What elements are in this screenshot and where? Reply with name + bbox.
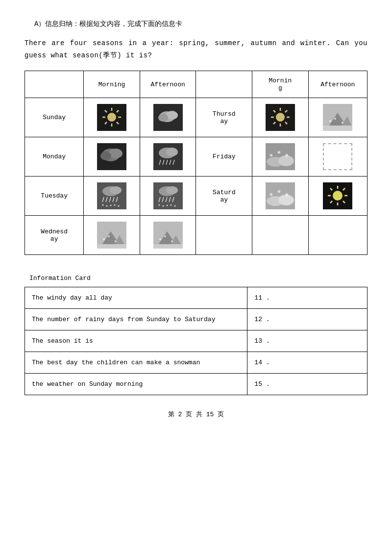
day-saturday: Saturday (196, 177, 252, 216)
intro-text: There are four seasons in a year: spring… (24, 37, 368, 62)
svg-rect-27 (323, 126, 352, 131)
svg-point-102 (159, 238, 161, 240)
svg-point-70 (158, 204, 160, 206)
svg-point-73 (170, 204, 172, 206)
svg-point-34 (100, 151, 111, 160)
info-row-1: The windy day all day 11 . (25, 287, 368, 309)
page-footer: 第 2 页 共 15 页 (24, 410, 368, 419)
info-question-3: The season it is (25, 330, 247, 352)
day-wednesday: Wednesday (25, 216, 84, 255)
svg-point-51 (110, 186, 122, 194)
icon-friday-afternoon (308, 137, 367, 177)
svg-point-28 (329, 120, 331, 122)
icon-friday-morning: ❄ ❄ ❄ (252, 137, 309, 177)
weather-table: Morning Afternoon Morning Afternoon Sund… (24, 71, 368, 255)
day-tuesday: Tuesday (25, 177, 84, 216)
icon-wednesday-afternoon (140, 216, 196, 255)
info-row-2: The number of rainy days from Sunday to … (25, 309, 368, 330)
svg-point-74 (174, 205, 175, 207)
info-row-4: The best day the children can make a sno… (25, 352, 368, 374)
svg-text:❄: ❄ (285, 192, 289, 198)
svg-point-96 (108, 235, 110, 237)
svg-text:❄: ❄ (285, 153, 289, 158)
header-empty (25, 71, 84, 98)
svg-point-61 (118, 205, 120, 207)
info-number-4: 14 . (247, 352, 368, 374)
icon-tuesday-afternoon (140, 177, 196, 216)
info-question-1: The windy day all day (25, 287, 247, 309)
svg-point-57 (102, 204, 104, 206)
header-empty2 (196, 71, 252, 98)
icon-saturday-morning: ❄ ❄ ❄ (252, 177, 309, 216)
svg-text:❄: ❄ (277, 189, 281, 195)
icon-monday-afternoon (140, 137, 196, 177)
svg-text:❄: ❄ (277, 150, 281, 155)
icon-thursday-afternoon (308, 98, 367, 137)
svg-point-1 (107, 113, 116, 122)
header-afternoon2: Afternoon (308, 71, 367, 98)
icon-wednesday-morning (84, 216, 140, 255)
icon-sunday-afternoon (140, 98, 196, 137)
info-row-3: The season it is 13 . (25, 330, 368, 352)
svg-point-104 (171, 240, 173, 242)
icon-sunday-morning (84, 98, 140, 137)
info-table: The windy day all day 11 . The number of… (24, 287, 368, 395)
empty-cell-3 (308, 216, 367, 255)
svg-rect-94 (97, 244, 126, 249)
info-number-2: 12 . (247, 309, 368, 330)
svg-point-13 (158, 114, 168, 122)
info-card-label: Information Card (29, 275, 368, 282)
info-question-4: The best day the children can make a sno… (25, 352, 247, 374)
info-number-3: 13 . (247, 330, 368, 352)
icon-dashed-blank (323, 143, 352, 170)
svg-point-82 (333, 191, 343, 201)
info-number-5: 15 . (247, 374, 368, 395)
svg-point-60 (114, 204, 116, 206)
info-question-2: The number of rainy days from Sunday to … (25, 309, 247, 330)
svg-point-30 (342, 122, 343, 124)
svg-point-95 (103, 238, 105, 240)
day-thursday: Thursday (196, 98, 252, 137)
info-question-5: the weather on Sunday morning (25, 374, 247, 395)
empty-cell-2 (252, 216, 309, 255)
svg-point-15 (276, 113, 285, 122)
icon-monday-morning (84, 137, 140, 177)
section-label: A）信息归纳：根据短文内容，完成下面的信息卡 (34, 20, 368, 28)
icon-saturday-afternoon (308, 177, 367, 216)
icon-tuesday-morning (84, 177, 140, 216)
svg-point-58 (106, 205, 108, 207)
info-number-1: 11 . (247, 287, 368, 309)
svg-point-103 (164, 235, 166, 237)
svg-point-37 (166, 148, 178, 156)
svg-text:❄: ❄ (270, 192, 273, 198)
day-monday: Monday (25, 137, 84, 177)
header-afternoon1: Afternoon (140, 71, 196, 98)
svg-point-64 (166, 186, 178, 194)
svg-point-59 (110, 205, 112, 206)
icon-thursday-morning (252, 98, 309, 137)
empty-cell-1 (196, 216, 252, 255)
info-row-5: the weather on Sunday morning 15 . (25, 374, 368, 395)
svg-point-71 (162, 205, 164, 207)
svg-point-72 (166, 205, 168, 206)
svg-text:❄: ❄ (270, 153, 273, 158)
svg-rect-101 (153, 244, 183, 249)
day-sunday: Sunday (25, 98, 84, 137)
svg-point-29 (334, 118, 336, 120)
day-friday: Friday (196, 137, 252, 177)
header-morning1: Morning (84, 71, 140, 98)
svg-point-97 (115, 240, 117, 242)
header-morning2: Morning (252, 71, 309, 98)
